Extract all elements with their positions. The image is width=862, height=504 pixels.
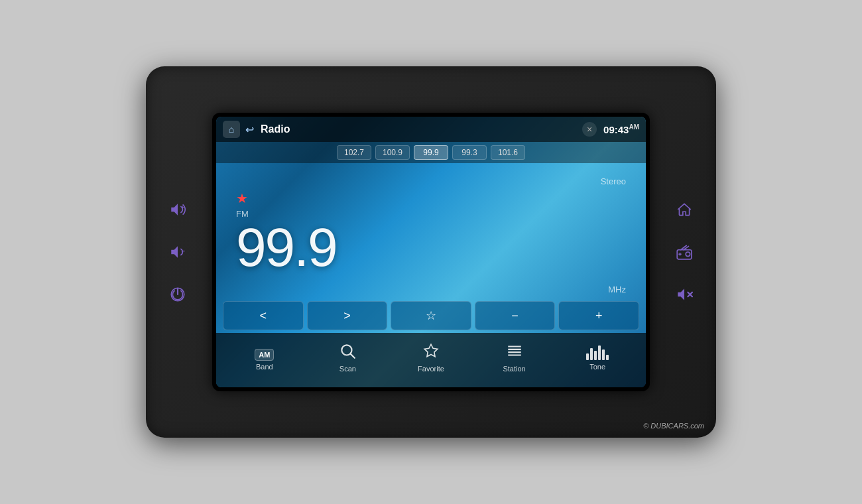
- preset-1[interactable]: 102.7: [337, 145, 371, 160]
- bottom-nav: AM Band Scan: [216, 333, 646, 387]
- scan-nav-label: Scan: [339, 365, 356, 373]
- svg-line-6: [351, 354, 355, 358]
- car-panel: + − ⌂ ↩ Radio: [146, 66, 716, 438]
- favorite-toggle-button[interactable]: ☆: [391, 301, 471, 330]
- presets-bar: 102.7 100.9 99.9 99.3 101.6: [216, 142, 646, 163]
- station-nav-label: Station: [503, 365, 525, 373]
- band-icon: AM: [255, 344, 274, 360]
- preset-4[interactable]: 99.3: [452, 145, 487, 160]
- favorite-nav-label: Favorite: [418, 365, 444, 373]
- preset-2[interactable]: 100.9: [375, 145, 410, 160]
- band-nav[interactable]: AM Band: [238, 344, 291, 371]
- screen: ⌂ ↩ Radio × 09:43AM 102.7 100.9 99.9 99.…: [216, 117, 646, 387]
- svg-point-13: [686, 252, 690, 257]
- preset-3-active[interactable]: 99.9: [414, 145, 448, 160]
- station-icon: [506, 342, 523, 362]
- plus-button[interactable]: +: [558, 301, 639, 330]
- minus-button[interactable]: −: [475, 301, 556, 330]
- right-side-buttons: [672, 198, 696, 306]
- favorite-icon: [422, 342, 440, 362]
- prev-button[interactable]: <: [223, 301, 304, 330]
- svg-marker-7: [424, 344, 438, 356]
- top-bar: ⌂ ↩ Radio × 09:43AM: [216, 117, 646, 142]
- favorite-nav[interactable]: Favorite: [404, 342, 458, 373]
- radio-shortcut-button[interactable]: [672, 240, 696, 264]
- svg-text:+: +: [181, 204, 184, 210]
- next-button[interactable]: >: [307, 301, 388, 330]
- scan-nav[interactable]: Scan: [321, 342, 374, 373]
- preset-5[interactable]: 101.6: [491, 145, 525, 160]
- top-bar-right: × 09:43AM: [582, 122, 639, 137]
- home-right-button[interactable]: [672, 198, 696, 221]
- volume-up-button[interactable]: +: [166, 198, 190, 221]
- favorite-star-icon: ★: [236, 190, 248, 206]
- tone-nav[interactable]: Tone: [571, 344, 624, 371]
- back-button[interactable]: ↩: [245, 123, 254, 136]
- scan-icon: [339, 342, 356, 362]
- left-side-buttons: + −: [166, 198, 190, 306]
- frequency-number: 99.9: [236, 220, 337, 275]
- time-display: 09:43AM: [603, 123, 639, 135]
- station-nav[interactable]: Station: [488, 342, 541, 373]
- freq-display: ★ FM 99.9: [216, 163, 646, 301]
- control-row: < > ☆ − +: [223, 301, 639, 330]
- mute-button[interactable]: [672, 283, 696, 306]
- home-button[interactable]: ⌂: [223, 121, 240, 138]
- close-button[interactable]: ×: [582, 122, 597, 137]
- top-bar-left: ⌂ ↩ Radio: [223, 121, 290, 138]
- volume-down-button[interactable]: −: [166, 240, 190, 264]
- screen-bezel: ⌂ ↩ Radio × 09:43AM 102.7 100.9 99.9 99.…: [212, 113, 650, 391]
- svg-text:−: −: [181, 247, 185, 255]
- band-nav-label: Band: [256, 363, 273, 371]
- watermark: © DUBICARS.com: [643, 422, 704, 430]
- tone-icon: [586, 344, 609, 360]
- tone-nav-label: Tone: [589, 363, 605, 371]
- screen-title: Radio: [261, 123, 290, 135]
- power-button[interactable]: [166, 283, 190, 306]
- mhz-label: MHz: [608, 284, 626, 294]
